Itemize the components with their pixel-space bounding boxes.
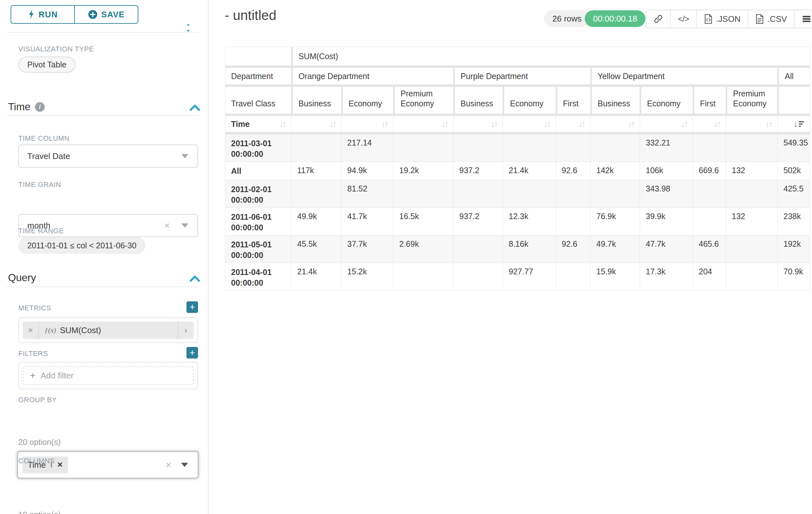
pivot-cell-r1c5 <box>503 134 556 162</box>
remove-metric-icon[interactable]: × <box>23 322 39 339</box>
header-row-separator <box>225 114 810 116</box>
pivot-cell-r2c10: 132 <box>726 162 777 180</box>
pivot-cell-r2c5: 21.4k <box>503 162 556 180</box>
pivot-cell-r2c4: 937.2 <box>454 162 502 180</box>
export-csv-button[interactable]: .CSV <box>748 10 794 28</box>
pivot-table: SUM(Cost)DepartmentOrange DepartmentPurp… <box>225 47 810 291</box>
pivot-cell-r5c2: 37.7k <box>342 236 393 263</box>
pivot-cell-r5c9: 465.6 <box>693 236 726 263</box>
time-column-label: TIME COLUMN <box>18 134 70 143</box>
pivot-corner-cell <box>225 47 291 65</box>
pivot-row-label: 2011-05-01 00:00:00 <box>225 236 291 263</box>
copy-link-button[interactable] <box>646 10 670 28</box>
sort-header-cell-9: ↓↑ <box>693 116 726 132</box>
pivot-row-label: 2011-06-01 00:00:00 <box>225 208 291 235</box>
sort-header-cell-1: ↓↑ <box>291 116 341 132</box>
pivot-cell-r4c10: 132 <box>726 208 777 235</box>
travel-class-header-11 <box>778 87 810 114</box>
run-button-label: RUN <box>38 10 57 20</box>
file-code-icon <box>704 14 713 24</box>
pivot-cell-r2c8: 106k <box>640 162 693 180</box>
travel-class-header-9: First <box>693 87 726 114</box>
chevron-down-icon <box>181 463 188 467</box>
metrics-label: METRICS <box>18 304 51 312</box>
save-button[interactable]: SAVE <box>74 6 138 23</box>
pivot-cell-r2c11: 502k <box>778 162 810 180</box>
pivot-cell-r4c1: 49.9k <box>291 208 341 235</box>
sort-icon[interactable]: ↓↑ <box>681 119 687 129</box>
sort-icon[interactable]: ↓↑ <box>628 119 634 129</box>
add-filter-button[interactable]: + <box>186 347 198 358</box>
pivot-cell-r1c3 <box>394 134 453 162</box>
clear-icon[interactable]: × <box>166 459 171 470</box>
time-column-value: Travel Date <box>19 151 70 161</box>
code-icon: </> <box>678 14 689 24</box>
sort-header-cell-5: ↓↑ <box>503 116 556 132</box>
panel-divider[interactable] <box>208 0 209 514</box>
pivot-cell-r4c4: 937.2 <box>454 208 502 235</box>
sort-icon[interactable]: ↓↑ <box>765 119 772 129</box>
superset-explore-view: Chart Type RUN SAVE VISUALIZATION TYPE P… <box>0 0 812 514</box>
sort-icon[interactable]: ↓↑ <box>329 119 336 129</box>
chart-title[interactable]: - untitled <box>225 8 276 23</box>
pivot-cell-r3c3 <box>394 180 453 208</box>
pivot-cell-r4c3: 16.5k <box>394 208 453 235</box>
sort-header-cell-all: ↓ <box>778 116 810 132</box>
sort-icon[interactable]: ↓↑ <box>441 119 447 129</box>
chevron-right-icon[interactable]: › <box>177 322 194 339</box>
department-group-header-1: Orange Department <box>291 68 453 84</box>
sort-header-cell-10: ↓↑ <box>726 116 777 132</box>
sort-icon[interactable]: ↓↑ <box>544 119 550 129</box>
visualization-type-value: Pivot Table <box>27 60 66 70</box>
run-button[interactable]: RUN <box>11 6 74 23</box>
save-button-label: SAVE <box>102 10 125 20</box>
add-filter-dropzone[interactable]: + Add filter <box>23 366 194 385</box>
sort-icon[interactable]: ↓↑ <box>279 119 285 129</box>
sort-header-cell-6: ↓↑ <box>556 116 590 132</box>
time-section-collapse-icon[interactable] <box>190 104 200 111</box>
clear-icon[interactable]: × <box>164 220 170 231</box>
chevron-down-icon <box>181 154 188 158</box>
sort-header-cell-4: ↓↑ <box>454 116 502 132</box>
department-group-header-4: All <box>778 68 810 84</box>
pivot-cell-r6c6 <box>556 263 590 290</box>
sort-icon[interactable]: ↓↑ <box>381 119 387 129</box>
visualization-type-pill[interactable]: Pivot Table <box>18 57 76 73</box>
columns-label: COLUMNS <box>18 457 55 465</box>
pivot-cell-r4c2: 41.7k <box>342 208 393 235</box>
travel-class-header-2: Economy <box>342 87 393 114</box>
pivot-cell-r1c4 <box>454 134 502 162</box>
travel-class-header-1: Business <box>291 87 341 114</box>
view-query-button[interactable]: </> <box>670 10 696 28</box>
sort-descending-icon[interactable]: ↓ <box>794 119 804 129</box>
panel-gutter-line <box>212 0 213 514</box>
chart-type-collapse-icon[interactable] <box>187 21 198 23</box>
remove-chip-icon[interactable]: ✕ <box>57 461 63 469</box>
sort-header-cell-2: ↓↑ <box>342 116 393 132</box>
pivot-cell-r2c3: 19.2k <box>394 162 453 180</box>
pivot-cell-r2c2: 94.9k <box>342 162 393 180</box>
pivot-cell-r5c7: 49.7k <box>590 236 640 263</box>
metric-pill[interactable]: × ƒ(x) SUM(Cost) › <box>23 322 194 339</box>
sort-icon[interactable]: ↓↑ <box>578 119 584 129</box>
pivot-cell-r3c11: 425.5 <box>778 180 810 208</box>
export-json-button[interactable]: .JSON <box>696 10 748 28</box>
sort-header-cell-7: ↓↑ <box>590 116 640 132</box>
pivot-cell-r3c7 <box>590 180 640 208</box>
add-metric-button[interactable]: + <box>186 301 198 313</box>
query-section-collapse-icon[interactable] <box>190 275 200 282</box>
export-json-label: .JSON <box>716 14 741 24</box>
add-filter-placeholder: Add filter <box>41 371 74 381</box>
sort-icon[interactable]: ↓↑ <box>714 119 720 129</box>
sort-icon[interactable]: ↓↑ <box>491 119 497 129</box>
pivot-cell-r2c6: 92.6 <box>556 162 590 180</box>
time-header-label: Time <box>231 119 250 129</box>
pivot-cell-r6c3 <box>394 263 453 290</box>
time-range-pill[interactable]: 2011-01-01 ≤ col < 2011-06-30 <box>18 237 145 254</box>
more-options-button[interactable] <box>794 10 812 28</box>
query-timer-badge: 00:00:00.18 <box>585 10 645 27</box>
pivot-cell-r6c9: 204 <box>693 263 726 290</box>
pivot-cell-r3c9 <box>693 180 726 208</box>
time-column-select[interactable]: Travel Date <box>18 144 198 168</box>
pivot-cell-r6c11: 70.9k <box>778 263 810 290</box>
